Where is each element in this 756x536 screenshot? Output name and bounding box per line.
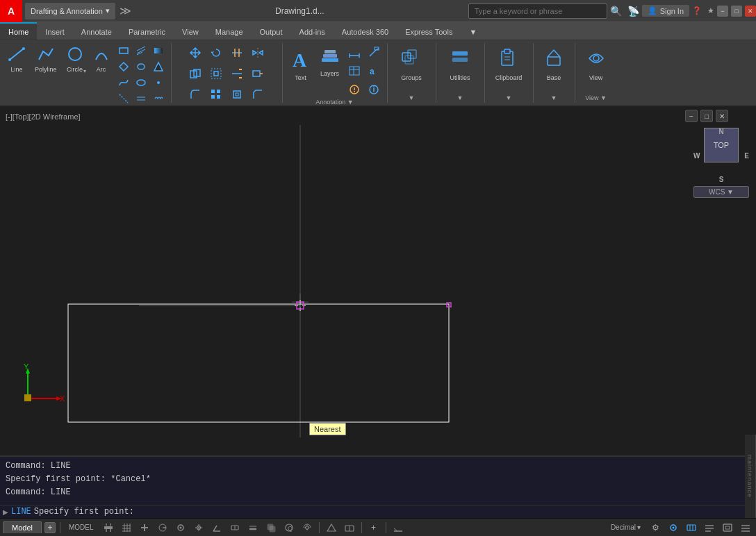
hatch-button[interactable]: [133, 43, 149, 58]
trim-button[interactable]: [227, 43, 247, 62]
circle-dropdown-icon[interactable]: ▾: [83, 68, 86, 74]
isolate-button[interactable]: [666, 520, 681, 535]
layers-button[interactable]: Layers: [316, 43, 344, 80]
tab-manage[interactable]: Manage: [207, 22, 252, 40]
customize-icon[interactable]: ≫: [120, 4, 131, 17]
settings-button[interactable]: ⚙: [648, 520, 663, 535]
multiline-button[interactable]: [133, 91, 149, 106]
dyn-toggle[interactable]: [227, 520, 243, 535]
arc-button[interactable]: Arc: [89, 43, 114, 76]
hardware-accel-button[interactable]: [684, 520, 699, 535]
text-button[interactable]: A Text: [287, 43, 315, 84]
clipboard-button[interactable]: Clipboard: [491, 43, 527, 84]
ortho-toggle[interactable]: [137, 520, 152, 535]
restore-button[interactable]: □: [731, 6, 742, 17]
communication-center-icon[interactable]: 📡: [627, 6, 639, 17]
polyline-button[interactable]: Polyline: [31, 43, 61, 76]
groups-button[interactable]: Groups: [397, 43, 426, 84]
qp-toggle[interactable]: Q: [281, 520, 297, 535]
base-button[interactable]: Base: [541, 43, 567, 84]
table-button[interactable]: [345, 62, 363, 80]
isnap-toggle[interactable]: [173, 520, 188, 535]
otrack-toggle[interactable]: [191, 520, 206, 535]
clipboard-section-dropdown[interactable]: ▼: [506, 94, 512, 101]
circle-button[interactable]: Circle ▾: [63, 43, 88, 76]
tpmode-toggle[interactable]: [263, 520, 279, 535]
svg-rect-54: [350, 67, 359, 75]
search-input[interactable]: [468, 3, 607, 19]
tab-home[interactable]: Home: [0, 22, 37, 40]
point-button[interactable]: [150, 75, 167, 90]
spline-button[interactable]: [115, 75, 132, 90]
tab-output[interactable]: Output: [252, 22, 291, 40]
wipeout-button[interactable]: [150, 59, 167, 74]
polar-toggle[interactable]: [155, 520, 170, 535]
groups-section-dropdown[interactable]: ▼: [409, 94, 415, 101]
tab-view[interactable]: View: [174, 22, 207, 40]
tab-add-ins[interactable]: Add-ins: [291, 22, 334, 40]
3d-workspace-button[interactable]: [342, 520, 357, 535]
rectangle-button[interactable]: [115, 43, 132, 58]
snap-toggle[interactable]: [101, 520, 116, 535]
scale-button[interactable]: [206, 64, 226, 83]
ribbon: Line Polyline Circle ▾: [0, 40, 756, 107]
svg-rect-36: [233, 91, 240, 98]
revision-cloud-button[interactable]: [150, 91, 167, 106]
workspace-dropdown[interactable]: Drafting & Annotation ▾: [25, 3, 115, 19]
move-button[interactable]: [186, 43, 205, 62]
full-screen-button[interactable]: [720, 520, 735, 535]
ellipse-button[interactable]: [133, 75, 149, 90]
model-tab[interactable]: Model: [3, 521, 42, 533]
markup-button[interactable]: [345, 81, 363, 99]
tab-parametric[interactable]: Parametric: [120, 22, 174, 40]
command-input[interactable]: [134, 507, 753, 517]
properties-button[interactable]: [365, 81, 383, 99]
base-section-dropdown[interactable]: ▼: [551, 94, 557, 101]
show-details-button[interactable]: [702, 520, 717, 535]
view-section-dropdown[interactable]: View ▼: [585, 94, 607, 101]
3d-nav-button[interactable]: [324, 520, 339, 535]
view-btn[interactable]: View: [583, 43, 609, 84]
boundary-button[interactable]: [115, 59, 132, 74]
tab-more[interactable]: ▼: [461, 22, 485, 40]
array-button[interactable]: [206, 85, 226, 104]
utilities-section-dropdown[interactable]: ▼: [457, 94, 463, 101]
offset-button[interactable]: [227, 85, 247, 104]
app-logo[interactable]: A: [0, 0, 22, 22]
copy-button[interactable]: [186, 64, 205, 83]
dimension-button[interactable]: [345, 43, 363, 61]
utilities-button[interactable]: Utilities: [445, 43, 475, 84]
model-space-button[interactable]: MODEL: [65, 523, 98, 532]
tab-autodesk360[interactable]: Autodesk 360: [334, 22, 397, 40]
extend-button[interactable]: [227, 64, 247, 83]
fillet-button[interactable]: [186, 85, 205, 104]
minimize-button[interactable]: −: [717, 6, 728, 17]
annotation-section-label[interactable]: Annotation ▼: [315, 99, 353, 106]
units-button[interactable]: Decimal ▾: [607, 523, 645, 532]
region-button[interactable]: [133, 59, 149, 74]
tab-insert[interactable]: Insert: [37, 22, 73, 40]
customize-status-button[interactable]: [738, 520, 753, 535]
mirror-button[interactable]: [248, 43, 268, 62]
line-button[interactable]: Line: [4, 43, 29, 76]
tab-annotate[interactable]: Annotate: [73, 22, 120, 40]
plus-button[interactable]: +: [366, 520, 381, 535]
lweight-toggle[interactable]: [245, 520, 261, 535]
tab-express-tools[interactable]: Express Tools: [397, 22, 461, 40]
grid-toggle[interactable]: [119, 520, 134, 535]
construction-button[interactable]: [115, 91, 132, 106]
rotate-button[interactable]: [206, 43, 226, 62]
close-button[interactable]: ✕: [745, 6, 756, 17]
chamfer-button[interactable]: [248, 85, 268, 104]
units-dropdown-icon[interactable]: ▾: [637, 524, 641, 531]
dynucs-toggle[interactable]: [209, 520, 224, 535]
leader-button[interactable]: [365, 43, 383, 61]
sign-in-button[interactable]: 👤 Sign In: [642, 5, 689, 17]
help-icon[interactable]: ❓: [692, 6, 702, 15]
block-attr-button[interactable]: a: [365, 62, 383, 80]
add-tab-button[interactable]: +: [44, 522, 56, 533]
sc-toggle[interactable]: [299, 520, 315, 535]
gradient-button[interactable]: [150, 43, 167, 58]
stretch-button[interactable]: [248, 64, 268, 83]
wcs-button[interactable]: WCS ▼: [693, 186, 749, 198]
